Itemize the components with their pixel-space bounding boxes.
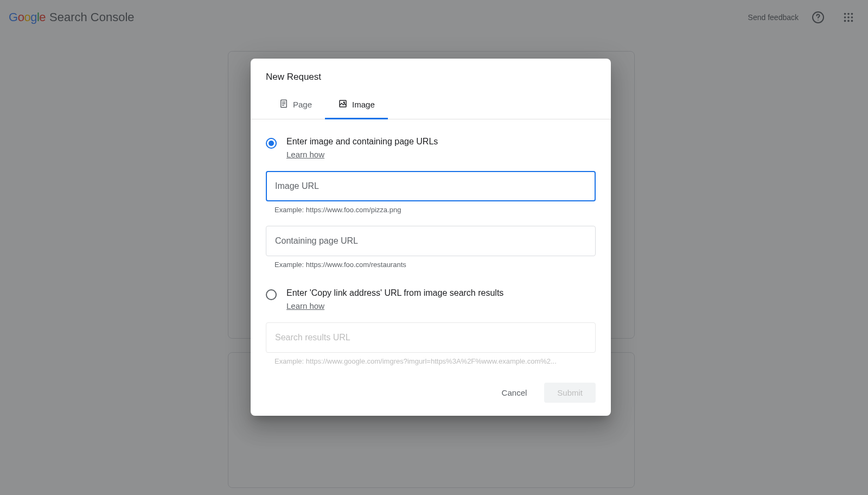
svg-rect-15: [340, 100, 346, 107]
image-icon: [338, 99, 348, 110]
radio-option-search-url[interactable]: Enter 'Copy link address' URL from image…: [266, 288, 596, 310]
submit-button: Submit: [544, 383, 596, 403]
search-url-example: Example: https://www.google.com/imgres?i…: [275, 357, 596, 365]
tab-image[interactable]: Image: [325, 91, 388, 119]
image-url-field-group: Example: https://www.foo.com/pizza.png: [266, 171, 596, 214]
tab-page-label: Page: [293, 100, 312, 109]
radio-option-image-urls[interactable]: Enter image and containing page URLs Lea…: [266, 137, 596, 159]
dialog-title: New Request: [251, 59, 611, 91]
new-request-dialog: New Request Page Image: [251, 59, 611, 416]
radio-selected-icon: [266, 138, 277, 149]
image-url-example: Example: https://www.foo.com/pizza.png: [275, 206, 596, 214]
tab-page[interactable]: Page: [266, 91, 325, 119]
dialog-body: Enter image and containing page URLs Lea…: [251, 119, 611, 374]
radio-label-group-2: Enter 'Copy link address' URL from image…: [286, 288, 503, 310]
option1-learn-how-link[interactable]: Learn how: [286, 150, 324, 159]
search-results-url-input: [266, 322, 596, 353]
page-icon: [279, 99, 289, 110]
tab-image-label: Image: [352, 100, 375, 109]
option2-label: Enter 'Copy link address' URL from image…: [286, 288, 503, 298]
radio-label-group-1: Enter image and containing page URLs Lea…: [286, 137, 438, 159]
radio-unselected-icon: [266, 289, 277, 300]
dialog-actions: Cancel Submit: [251, 374, 611, 416]
image-url-input[interactable]: [266, 171, 596, 201]
svg-point-16: [343, 102, 344, 103]
page-url-field-group: Example: https://www.foo.com/restaurants: [266, 226, 596, 269]
option1-label: Enter image and containing page URLs: [286, 137, 438, 147]
page-url-example: Example: https://www.foo.com/restaurants: [275, 261, 596, 269]
dialog-tabs: Page Image: [251, 91, 611, 119]
search-url-field-group: Example: https://www.google.com/imgres?i…: [266, 322, 596, 365]
option2-learn-how-link[interactable]: Learn how: [286, 301, 324, 310]
containing-page-url-input[interactable]: [266, 226, 596, 256]
cancel-button[interactable]: Cancel: [489, 383, 540, 403]
